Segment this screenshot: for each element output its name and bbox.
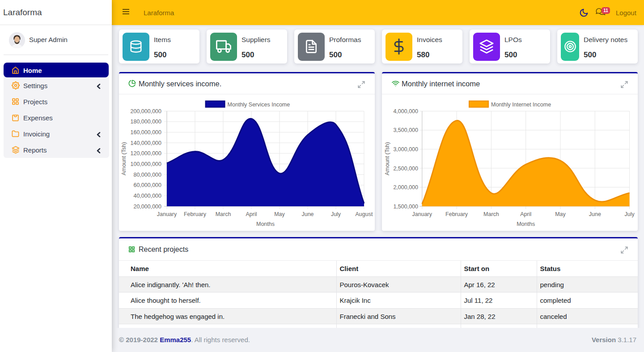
svg-text:40,000,000: 40,000,000 (133, 193, 161, 199)
svg-text:July: July (331, 211, 341, 217)
svg-text:140,000,000: 140,000,000 (130, 140, 161, 146)
svg-text:20,000,000: 20,000,000 (133, 204, 161, 210)
svg-text:1,500,000: 1,500,000 (393, 204, 418, 210)
svg-text:160,000,000: 160,000,000 (130, 129, 161, 136)
svg-text:Months: Months (256, 221, 275, 227)
svg-text:March: March (483, 211, 499, 217)
svg-text:April: April (246, 211, 257, 217)
svg-text:June: June (301, 211, 314, 217)
svg-text:2,000,000: 2,000,000 (393, 184, 418, 191)
svg-text:60,000,000: 60,000,000 (133, 182, 161, 189)
svg-text:Monthly Services Income: Monthly Services Income (228, 102, 290, 108)
svg-text:July: July (624, 211, 635, 217)
svg-text:May: May (274, 211, 285, 217)
svg-text:2,500,000: 2,500,000 (393, 165, 418, 172)
svg-text:3,500,000: 3,500,000 (393, 127, 418, 134)
svg-text:February: February (184, 211, 207, 217)
svg-text:4,000,000: 4,000,000 (393, 108, 418, 115)
svg-text:February: February (445, 211, 468, 217)
svg-text:100,000,000: 100,000,000 (130, 161, 161, 167)
svg-text:March: March (216, 211, 231, 217)
svg-text:Amount (Tsh): Amount (Tsh) (121, 142, 127, 175)
svg-text:Amount (Tsh): Amount (Tsh) (384, 142, 390, 175)
svg-text:120,000,000: 120,000,000 (130, 151, 161, 157)
svg-text:May: May (555, 211, 566, 217)
svg-text:Months: Months (517, 221, 535, 227)
svg-text:3,000,000: 3,000,000 (393, 146, 418, 153)
svg-text:200,000,000: 200,000,000 (130, 108, 161, 115)
svg-text:Monthly Internet Income: Monthly Internet Income (491, 102, 551, 108)
svg-text:180,000,000: 180,000,000 (130, 119, 161, 125)
svg-text:April: April (520, 211, 531, 217)
svg-text:80,000,000: 80,000,000 (133, 172, 161, 178)
svg-text:June: June (589, 211, 601, 217)
svg-text:August: August (356, 211, 373, 217)
svg-text:January: January (157, 211, 177, 217)
svg-text:January: January (412, 211, 432, 217)
